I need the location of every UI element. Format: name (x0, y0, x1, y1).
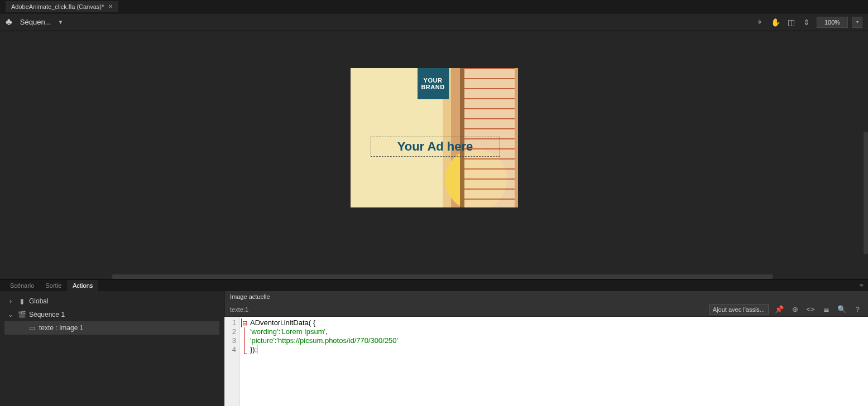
text-caret (257, 345, 260, 354)
clapper-icon: 🎬 (18, 311, 26, 318)
tree-scene[interactable]: ⌄ 🎬 Séquence 1 (4, 308, 219, 321)
tab-actions[interactable]: Actions (67, 280, 98, 291)
tree-global-label: Global (29, 297, 49, 305)
search-icon[interactable]: 🔍 (837, 304, 847, 315)
assist-button[interactable]: Ajout avec l'assis... (709, 304, 769, 315)
tree-item-label: texte : Image 1 (39, 324, 83, 332)
brand-logo: YOUR BRAND (418, 68, 449, 99)
ln: 4 (224, 345, 236, 354)
close-icon[interactable]: ✕ (108, 3, 113, 9)
horizontal-scrollbar[interactable] (112, 274, 773, 279)
fold-minus-icon[interactable]: ⊟ (241, 318, 248, 327)
code-toolbar: texte:1 Ajout avec l'assis... 📌 ⊕ <> ≣ 🔍… (224, 302, 868, 317)
tree-global[interactable]: › ▮ Global (4, 294, 219, 308)
center-stage-icon[interactable]: ⌖ (754, 17, 765, 28)
brand-line2: BRAND (421, 84, 444, 90)
stage[interactable]: YOUR BRAND Your Ad here (0, 31, 868, 279)
tree-item-texte[interactable]: ▭ texte : Image 1 (4, 321, 219, 335)
ad-text-value: Your Ad here (397, 139, 473, 154)
ln: 1 (224, 318, 236, 327)
rotate-tool-icon[interactable]: ✋ (770, 17, 781, 28)
code-location: texte:1 (230, 306, 248, 313)
tree-scene-label: Séquence 1 (29, 311, 65, 318)
document-icon: ▮ (18, 297, 26, 305)
scene-dropdown[interactable]: Séquen... ▼ (20, 18, 64, 26)
file-tab-bar: AdobeAnimate_click.fla (Canvas)* ✕ (0, 0, 868, 13)
clip-icon[interactable]: ◫ (785, 17, 797, 28)
line-gutter: 1 2 3 4 (224, 317, 240, 406)
pin-icon[interactable]: 📌 (774, 304, 784, 315)
ad-text-field[interactable]: Your Ad here (371, 137, 500, 157)
bottom-panel-tabs: Scénario Sortie Actions ≡ (0, 279, 868, 291)
vertical-scrollbar[interactable] (864, 132, 868, 254)
frame-icon: ▭ (28, 324, 36, 332)
zoom-dropdown[interactable]: ▾ (852, 17, 862, 28)
ln: 3 (224, 336, 236, 345)
script-tree: › ▮ Global ⌄ 🎬 Séquence 1 ▭ texte : Imag… (0, 291, 224, 406)
code-panel: Image actuelle texte:1 Ajout avec l'assi… (224, 291, 868, 406)
tab-scenario[interactable]: Scénario (4, 280, 40, 291)
canvas[interactable]: YOUR BRAND Your Ad here (351, 68, 518, 207)
code-header: Image actuelle (224, 291, 868, 302)
target-icon[interactable]: ⊕ (790, 304, 800, 315)
code-editor[interactable]: 1 2 3 4 ⊟ ADventori.initData( { 'wording… (224, 317, 868, 406)
fold-gutter[interactable]: ⊟ (240, 317, 248, 406)
file-tab-title: AdobeAnimate_click.fla (Canvas)* (11, 3, 104, 10)
zoom-stepper-icon[interactable]: ⇕ (801, 17, 812, 28)
code-lines[interactable]: ADventori.initData( { 'wording':'Lorem I… (248, 317, 398, 406)
zoom-input[interactable]: 100% (817, 17, 848, 28)
stage-toolbar: ♣ Séquen... ▼ ⌖ ✋ ◫ ⇕ 100% ▾ (0, 13, 868, 31)
panel-menu-icon[interactable]: ≡ (855, 282, 868, 289)
format-icon[interactable]: ≣ (821, 304, 831, 315)
scene-label: Séquen... (20, 18, 51, 26)
tab-output[interactable]: Sortie (40, 280, 67, 291)
brand-line1: YOUR (424, 77, 443, 84)
help-icon[interactable]: ? (852, 304, 862, 315)
scene-icon[interactable]: ♣ (6, 16, 12, 28)
ln: 2 (224, 327, 236, 336)
chevron-right-icon: › (7, 297, 15, 305)
actions-panel: › ▮ Global ⌄ 🎬 Séquence 1 ▭ texte : Imag… (0, 291, 868, 406)
chevron-down-icon: ⌄ (7, 311, 15, 318)
chevron-down-icon: ▼ (57, 19, 63, 25)
brackets-icon[interactable]: <> (805, 304, 816, 315)
file-tab[interactable]: AdobeAnimate_click.fla (Canvas)* ✕ (6, 1, 118, 12)
